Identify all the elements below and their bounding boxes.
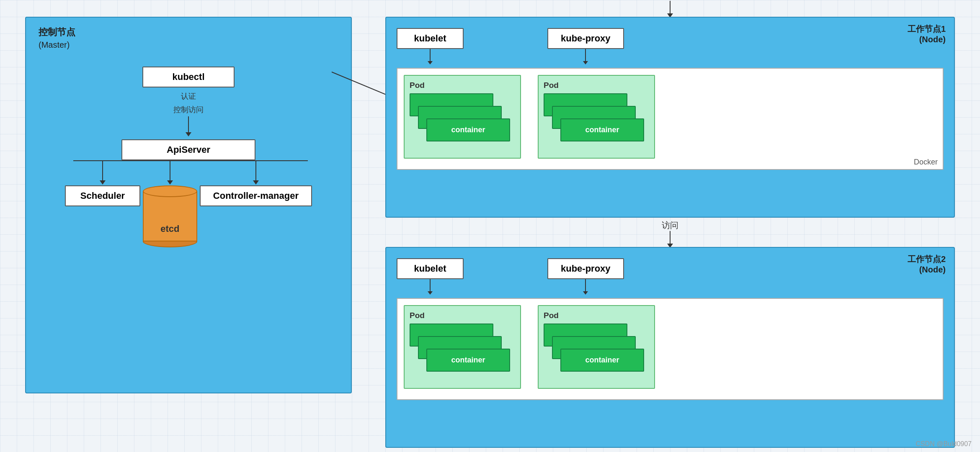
watermark: CSDN @Buld0907 [916, 440, 972, 448]
worker1-title: 工作节点1 (Node) [908, 23, 946, 44]
kubectl-to-apiserver-arrow [188, 116, 189, 133]
master-title: 控制节点 [39, 26, 338, 39]
worker2-pod-1: Pod container [404, 305, 521, 389]
worker1-header: kubelet kube-proxy [397, 28, 944, 62]
worker1-pod2-label: Pod [544, 81, 649, 90]
worker1-kubeproxy-col: kube-proxy [547, 28, 624, 62]
access-control-label: 控制访问 [173, 105, 204, 115]
worker2-pod1-label: Pod [410, 311, 515, 320]
worker1-wrapper: 访问 工作节点1 (Node) kubelet [385, 17, 955, 218]
worker1-pod-2: Pod container [538, 75, 655, 159]
controller-manager-branch: Controller-manager [200, 160, 312, 247]
worker2-pod2-containers: container [544, 324, 644, 382]
worker1-docker-label: Docker [914, 158, 938, 167]
worker1-kubeproxy-box: kube-proxy [547, 28, 624, 49]
worker2-pod2-container3: container [560, 349, 644, 372]
worker1-kubelet-box: kubelet [397, 28, 464, 49]
worker2-pods-row: Pod container Pod [404, 305, 936, 389]
worker1-docker-area: Pod container Pod [397, 68, 944, 170]
worker2-kubelet-col: kubelet [397, 258, 464, 292]
etcd-branch: etcd [143, 160, 197, 247]
worker2-access-label: 访问 [662, 220, 678, 231]
etcd-body: etcd [143, 191, 197, 241]
worker1-pod-1: Pod container [404, 75, 521, 159]
etcd-label: etcd [160, 223, 179, 234]
worker2-pod1-container3: container [426, 349, 510, 372]
worker1-kubelet-col: kubelet [397, 28, 464, 62]
worker2-pod1-containers: container [410, 324, 510, 382]
worker2-kubelet-arrow [430, 279, 431, 292]
worker2-pod2-label: Pod [544, 311, 649, 320]
worker1-kubeproxy-arrow [585, 49, 586, 62]
etcd-top [143, 185, 197, 197]
worker2-docker-area: Pod container Pod [397, 298, 944, 400]
worker2-header: kubelet kube-proxy [397, 258, 944, 292]
etcd-cylinder: etcd [143, 185, 197, 247]
worker1-pod1-label: Pod [410, 81, 515, 90]
scheduler-branch: Scheduler [65, 160, 140, 247]
apiserver-box: ApiServer [121, 139, 255, 160]
worker1-pod2-containers: container [544, 93, 644, 152]
worker2-kubelet-box: kubelet [397, 258, 464, 279]
worker1-access-line [670, 1, 671, 13]
controller-manager-box: Controller-manager [200, 185, 312, 206]
worker1-pods-row: Pod container Pod [404, 75, 936, 159]
worker1-kubelet-arrow [430, 49, 431, 62]
worker2-title: 工作节点2 (Node) [908, 254, 946, 275]
worker2-wrapper: 访问 工作节点2 (Node) kubelet [385, 247, 955, 448]
worker-nodes-container: 访问 工作节点1 (Node) kubelet [385, 17, 955, 448]
worker2-pod-2: Pod container [538, 305, 655, 389]
scheduler-box: Scheduler [65, 185, 140, 206]
worker2-kubeproxy-col: kube-proxy [547, 258, 624, 292]
worker1-pod1-containers: container [410, 93, 510, 152]
worker-node-2: 工作节点2 (Node) kubelet kube-proxy [385, 247, 955, 448]
kubectl-box: kubectl [142, 67, 235, 87]
worker2-access-line [670, 231, 671, 244]
worker1-pod2-container3: container [560, 118, 644, 141]
auth-label: 认证 [181, 91, 196, 101]
worker2-kubeproxy-arrow [585, 279, 586, 292]
master-node: 控制节点 (Master) kubectl 认证 控制访问 ApiServer [25, 17, 352, 393]
worker-node-1: 工作节点1 (Node) kubelet kube-proxy [385, 17, 955, 218]
worker1-pod1-container3: container [426, 118, 510, 141]
master-subtitle: (Master) [39, 40, 338, 50]
worker2-kubeproxy-box: kube-proxy [547, 258, 624, 279]
